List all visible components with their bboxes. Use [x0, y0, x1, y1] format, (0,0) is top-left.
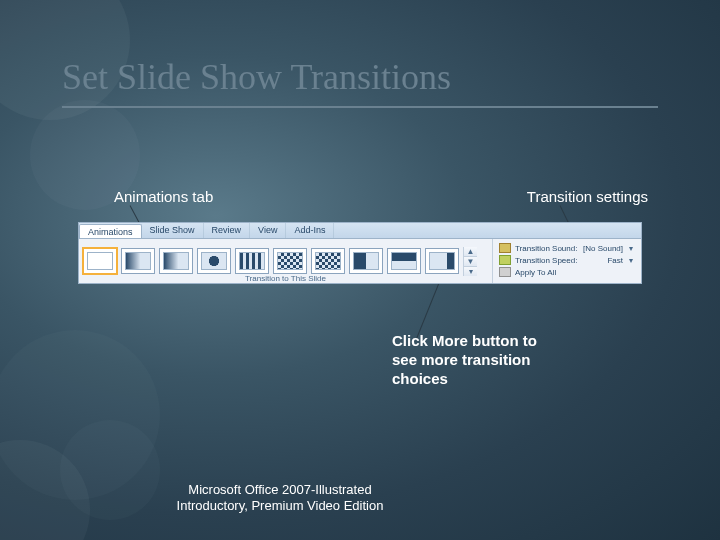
sound-icon	[499, 243, 511, 253]
tab-animations[interactable]: Animations	[79, 224, 142, 238]
transition-speed-row[interactable]: Transition Speed: Fast ▾	[499, 255, 635, 265]
transition-thumb[interactable]	[349, 248, 383, 274]
tab-add-ins[interactable]: Add-Ins	[286, 223, 334, 238]
apply-to-all-label: Apply To All	[515, 268, 556, 277]
transition-thumb[interactable]	[425, 248, 459, 274]
callout-line	[416, 280, 440, 338]
tab-slide-show[interactable]: Slide Show	[142, 223, 204, 238]
transition-thumb-none[interactable]	[83, 248, 117, 274]
gallery-scroll-down[interactable]: ▼	[464, 257, 477, 267]
gallery-more-column: ▲ ▼ ▾	[463, 247, 477, 276]
transition-thumb[interactable]	[387, 248, 421, 274]
ribbon-body: ▲ ▼ ▾ Transition to This Slide Transitio…	[79, 239, 641, 283]
transition-gallery: ▲ ▼ ▾ Transition to This Slide	[79, 239, 493, 283]
transition-settings-group: Transition Sound: [No Sound] ▾ Transitio…	[493, 239, 641, 283]
page-title: Set Slide Show Transitions	[62, 56, 451, 98]
ribbon-tabs: Animations Slide Show Review View Add-In…	[79, 223, 641, 239]
apply-all-icon	[499, 267, 511, 277]
chevron-down-icon[interactable]: ▾	[627, 244, 635, 253]
tab-review[interactable]: Review	[204, 223, 251, 238]
gallery-caption: Transition to This Slide	[79, 274, 492, 284]
transition-thumb[interactable]	[273, 248, 307, 274]
speed-icon	[499, 255, 511, 265]
callout-click-more: Click More button to see more transition…	[392, 332, 542, 388]
transition-thumb[interactable]	[235, 248, 269, 274]
callout-transition-settings: Transition settings	[527, 188, 648, 205]
transition-sound-label: Transition Sound:	[515, 244, 577, 253]
ribbon: Animations Slide Show Review View Add-In…	[78, 222, 642, 284]
footer-text: Microsoft Office 2007-Illustrated Introd…	[160, 482, 400, 515]
callout-animations-tab: Animations tab	[114, 188, 213, 205]
transition-sound-value: [No Sound]	[583, 244, 623, 253]
transition-speed-label: Transition Speed:	[515, 256, 577, 265]
chevron-down-icon[interactable]: ▾	[627, 256, 635, 265]
transition-thumb[interactable]	[159, 248, 193, 274]
tab-view[interactable]: View	[250, 223, 286, 238]
gallery-scroll-up[interactable]: ▲	[464, 247, 477, 257]
transition-speed-value: Fast	[607, 256, 623, 265]
transition-thumb[interactable]	[121, 248, 155, 274]
title-underline	[62, 106, 658, 108]
transition-sound-row[interactable]: Transition Sound: [No Sound] ▾	[499, 243, 635, 253]
apply-to-all-button[interactable]: Apply To All	[499, 267, 635, 277]
transition-thumb[interactable]	[311, 248, 345, 274]
transition-thumb[interactable]	[197, 248, 231, 274]
